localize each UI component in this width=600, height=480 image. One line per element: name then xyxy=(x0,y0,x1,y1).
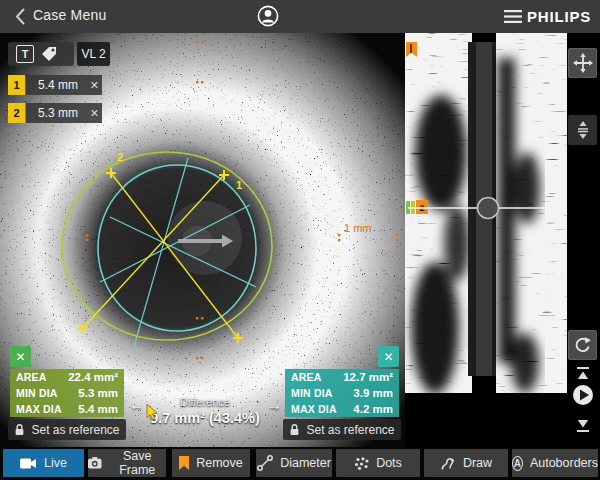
button-label: Dots xyxy=(376,456,402,470)
frame-tag-label: VL 2 xyxy=(77,42,110,66)
stat-label: AREA xyxy=(291,371,322,383)
play-icon xyxy=(572,384,594,406)
transverse-ivus-view[interactable]: 2 1 1 mm T VL 2 xyxy=(0,33,405,447)
button-label: Remove xyxy=(196,456,243,470)
close-current-panel-button[interactable]: ✕ xyxy=(378,346,399,367)
button-label: Live xyxy=(44,456,67,470)
measurement-chip-2: 2 5.3 mm ✕ xyxy=(8,103,104,123)
ild-strip-right[interactable] xyxy=(498,42,563,393)
cursor-pointer xyxy=(146,404,158,421)
draw-icon xyxy=(440,456,456,471)
diameter-label-1: 1 xyxy=(236,179,242,191)
vertical-expand-icon xyxy=(574,121,592,139)
button-label: Draw xyxy=(463,456,492,470)
pan-view-button[interactable] xyxy=(568,48,597,78)
delete-measurement-button[interactable]: ✕ xyxy=(90,75,99,95)
top-bar: Case Menu PHILIPS xyxy=(0,0,600,33)
page-title: Case Menu xyxy=(33,7,106,23)
bookmark-icon xyxy=(179,456,189,470)
measurement-chip-1: 1 5.4 mm ✕ xyxy=(8,75,104,95)
live-button[interactable]: Live xyxy=(3,449,84,477)
tag-tool-button[interactable] xyxy=(41,46,57,62)
set-as-reference-button-right[interactable]: Set as reference xyxy=(283,419,401,440)
stat-row: MAX DIA 5.4 mm xyxy=(10,401,124,417)
close-reference-panel-button[interactable]: ✕ xyxy=(10,346,31,367)
ild-strip-left[interactable] xyxy=(405,42,470,394)
slider-handle[interactable] xyxy=(478,198,499,219)
stat-row: MAX DIA 4.2 mm xyxy=(285,401,399,417)
delete-measurement-button[interactable]: ✕ xyxy=(90,103,99,123)
lock-icon xyxy=(14,423,25,436)
stat-value: 3.9 mm xyxy=(353,387,393,399)
stat-row: AREA 22.4 mm² xyxy=(10,369,124,385)
ivus-application: Case Menu PHILIPS xyxy=(0,0,600,480)
measurement-index: 2 xyxy=(8,103,25,123)
stat-label: MIN DIA xyxy=(291,387,333,399)
stat-value: 5.4 mm xyxy=(78,403,118,415)
stat-value: 4.2 mm xyxy=(353,403,393,415)
button-label: Save Frame xyxy=(109,449,166,477)
main-area: 2 1 1 mm T VL 2 xyxy=(0,33,600,447)
chevron-left-icon xyxy=(15,7,26,26)
current-stats-panel: AREA 12.7 mm² MIN DIA 3.9 mm MAX DIA 4.2… xyxy=(285,369,399,417)
dots-button[interactable]: Dots xyxy=(336,449,420,477)
set-as-reference-label: Set as reference xyxy=(306,423,394,437)
remove-button[interactable]: Remove xyxy=(172,449,250,477)
button-label: Diameter xyxy=(280,456,331,470)
catheter-artifact xyxy=(168,201,242,275)
dots-icon xyxy=(354,457,369,470)
difference-label: Difference xyxy=(155,396,255,408)
set-as-reference-button-left[interactable]: Set as reference xyxy=(8,419,126,440)
vertical-fit-button[interactable] xyxy=(568,115,597,145)
jump-to-end-button[interactable] xyxy=(568,414,597,436)
stat-row: AREA 12.7 mm² xyxy=(285,369,399,385)
menu-button[interactable] xyxy=(503,7,525,26)
annotation-tools: T xyxy=(8,42,74,66)
rotate-view-button[interactable] xyxy=(568,330,597,360)
lock-icon xyxy=(289,423,300,436)
longitudinal-ild-panel: 2 xyxy=(405,33,600,447)
diameter-label-2: 2 xyxy=(117,151,123,163)
stat-label: MAX DIA xyxy=(16,403,62,415)
stat-label: MIN DIA xyxy=(16,387,58,399)
camera-icon xyxy=(88,456,102,470)
button-label: Autoborders xyxy=(530,456,598,470)
diameter-button[interactable]: Diameter xyxy=(256,449,332,477)
autoborders-icon: A xyxy=(512,456,523,471)
stat-value: 22.4 mm² xyxy=(68,371,118,383)
move-icon xyxy=(573,53,593,73)
measurement-index: 1 xyxy=(8,75,25,95)
draw-button[interactable]: Draw xyxy=(424,449,508,477)
stat-value: 5.3 mm xyxy=(78,387,118,399)
diameter-icon xyxy=(257,455,273,471)
stat-label: AREA xyxy=(16,371,47,383)
bottom-toolbar: Live Save Frame Remove Diameter xyxy=(0,447,600,480)
tag-icon xyxy=(41,46,57,62)
reference-stats-panel: AREA 22.4 mm² MIN DIA 5.3 mm MAX DIA 5.4… xyxy=(10,369,124,417)
skip-to-bottom-icon xyxy=(575,418,591,432)
stat-row: MIN DIA 5.3 mm xyxy=(10,385,124,401)
hamburger-icon xyxy=(503,7,523,26)
philips-logo: PHILIPS xyxy=(527,8,591,25)
frame-markers xyxy=(406,200,428,214)
save-frame-button[interactable]: Save Frame xyxy=(88,449,166,477)
rotate-icon xyxy=(573,336,592,355)
person-icon xyxy=(257,5,279,27)
autoborders-button[interactable]: A Autoborders xyxy=(512,449,598,477)
skip-to-top-icon xyxy=(575,367,591,381)
scale-label: 1 mm xyxy=(344,222,372,234)
stat-row: MIN DIA 3.9 mm xyxy=(285,385,399,401)
live-video-icon xyxy=(20,457,37,470)
set-as-reference-label: Set as reference xyxy=(31,423,119,437)
stat-label: MAX DIA xyxy=(291,403,337,415)
stat-value: 12.7 mm² xyxy=(343,371,393,383)
play-button[interactable] xyxy=(568,380,597,410)
text-tool-button[interactable]: T xyxy=(16,45,34,63)
back-button[interactable] xyxy=(8,4,32,29)
user-profile-button[interactable] xyxy=(257,5,279,27)
